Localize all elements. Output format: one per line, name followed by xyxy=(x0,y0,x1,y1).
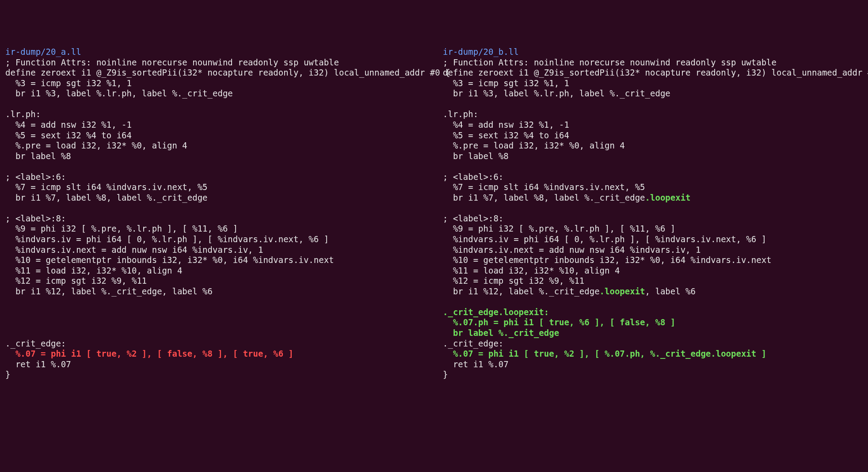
left-line: %.pre = load i32, i32* %0, align 4 xyxy=(5,141,425,151)
right-line: } xyxy=(443,369,863,380)
left-line: ._crit_edge: xyxy=(5,339,425,349)
right-line: %.07.ph = phi i1 [ true, %6 ], [ false, … xyxy=(443,317,863,328)
right-line xyxy=(443,99,863,110)
left-line: %9 = phi i32 [ %.pre, %.lr.ph ], [ %11, … xyxy=(5,224,425,234)
left-line xyxy=(5,328,425,339)
right-line: %7 = icmp slt i64 %indvars.iv.next, %5 xyxy=(443,182,863,193)
left-line: %10 = getelementptr inbounds i32, i32* %… xyxy=(5,255,425,266)
left-line: ; <label>:8: xyxy=(5,213,425,224)
right-line xyxy=(443,297,863,307)
left-line: %4 = add nsw i32 %1, -1 xyxy=(5,120,425,130)
left-line: %12 = icmp sgt i32 %9, %11 xyxy=(5,276,425,286)
right-line: br label %._crit_edge xyxy=(443,328,863,339)
left-line: br i1 %7, label %8, label %._crit_edge xyxy=(5,193,425,203)
diff-segment: .loopexit xyxy=(600,286,645,296)
diff-segment: .loopexit xyxy=(645,193,691,202)
right-line: %indvars.iv = phi i64 [ 0, %.lr.ph ], [ … xyxy=(443,234,863,245)
left-line: .lr.ph: xyxy=(5,109,425,120)
right-line: %.pre = load i32, i32* %0, align 4 xyxy=(443,141,863,151)
left-line: %11 = load i32, i32* %10, align 4 xyxy=(5,266,425,276)
right-line: %9 = phi i32 [ %.pre, %.lr.ph ], [ %11, … xyxy=(443,224,863,234)
right-line: br i1 %3, label %.lr.ph, label %._crit_e… xyxy=(443,88,863,99)
diff-segment: br i1 %12, label %._crit_edge xyxy=(443,286,600,296)
left-line: ; Function Attrs: noinline norecurse nou… xyxy=(5,57,425,68)
left-line: br i1 %3, label %.lr.ph, label %._crit_e… xyxy=(5,88,425,99)
left-line: %5 = sext i32 %4 to i64 xyxy=(5,130,425,141)
right-line: %indvars.iv.next = add nuw nsw i64 %indv… xyxy=(443,245,863,255)
right-line: br label %8 xyxy=(443,151,863,162)
right-line: %3 = icmp sgt i32 %1, 1 xyxy=(443,78,863,89)
left-line xyxy=(5,297,425,307)
diff-segment: %.07 = phi i1 [ true, %2 ], [ %.07.ph, %… xyxy=(443,349,766,358)
right-filename: ir-dump/20_b.ll xyxy=(443,47,863,57)
right-line: %11 = load i32, i32* %10, align 4 xyxy=(443,266,863,276)
left-line: ret i1 %.07 xyxy=(5,359,425,370)
diff-container: ir-dump/20_a.ll; Function Attrs: noinlin… xyxy=(5,47,863,380)
left-line xyxy=(5,99,425,110)
right-line: ; Function Attrs: noinline norecurse nou… xyxy=(443,57,863,68)
right-line: ret i1 %.07 xyxy=(443,359,863,370)
left-line: ; <label>:6: xyxy=(5,172,425,183)
right-line: .lr.ph: xyxy=(443,109,863,120)
diff-left-column: ir-dump/20_a.ll; Function Attrs: noinlin… xyxy=(5,47,425,380)
left-line xyxy=(5,317,425,328)
left-filename: ir-dump/20_a.ll xyxy=(5,47,425,57)
right-line: ; <label>:6: xyxy=(443,172,863,183)
diff-segment: , label %6 xyxy=(645,286,696,296)
right-line: define zeroext i1 @_Z9is_sortedPii(i32* … xyxy=(443,68,863,78)
left-line xyxy=(5,161,425,172)
right-line: %.07 = phi i1 [ true, %2 ], [ %.07.ph, %… xyxy=(443,349,863,359)
left-line: define zeroext i1 @_Z9is_sortedPii(i32* … xyxy=(5,68,425,78)
right-line: ._crit_edge: xyxy=(443,339,863,349)
left-line: %.07 = phi i1 [ true, %2 ], [ false, %8 … xyxy=(5,349,425,359)
diff-segment: br i1 %7, label %8, label %._crit_edge xyxy=(443,193,645,202)
right-line: %12 = icmp sgt i32 %9, %11 xyxy=(443,276,863,286)
left-line: %indvars.iv = phi i64 [ 0, %.lr.ph ], [ … xyxy=(5,234,425,245)
right-line: ._crit_edge.loopexit: xyxy=(443,307,863,318)
right-line: ; <label>:8: xyxy=(443,213,863,224)
left-line: %3 = icmp sgt i32 %1, 1 xyxy=(5,78,425,89)
right-line: br i1 %7, label %8, label %._crit_edge.l… xyxy=(443,193,863,203)
right-line: %10 = getelementptr inbounds i32, i32* %… xyxy=(443,255,863,266)
left-line: %indvars.iv.next = add nuw nsw i64 %indv… xyxy=(5,245,425,255)
right-line xyxy=(443,161,863,172)
right-line: %5 = sext i32 %4 to i64 xyxy=(443,130,863,141)
left-line: } xyxy=(5,369,425,380)
left-line: br i1 %12, label %._crit_edge, label %6 xyxy=(5,286,425,297)
left-line: %7 = icmp slt i64 %indvars.iv.next, %5 xyxy=(5,182,425,193)
right-line: br i1 %12, label %._crit_edge.loopexit, … xyxy=(443,286,863,297)
left-line: br label %8 xyxy=(5,151,425,162)
left-line xyxy=(5,307,425,318)
left-line xyxy=(5,203,425,213)
right-line: %4 = add nsw i32 %1, -1 xyxy=(443,120,863,130)
right-line xyxy=(443,203,863,213)
diff-right-column: ir-dump/20_b.ll; Function Attrs: noinlin… xyxy=(443,47,863,380)
